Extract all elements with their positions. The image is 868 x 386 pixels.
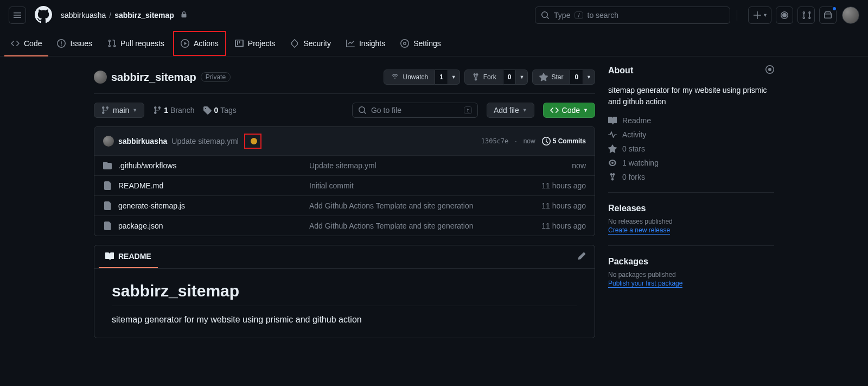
tab-code[interactable]: Code (4, 31, 48, 56)
fork-dropdown[interactable]: ▼ (516, 69, 528, 85)
file-row: package.jsonAdd Github Actions Template … (94, 216, 595, 236)
breadcrumb: sabbirkuasha / sabbirz_sitemap (61, 11, 187, 20)
readme-body-text: sitemap generator for my website using p… (112, 315, 577, 325)
create-release-link[interactable]: Create a new release (608, 226, 670, 235)
go-to-file-input[interactable]: Go to filet (352, 103, 478, 118)
watching-link[interactable]: 1 watching (608, 159, 774, 167)
add-file-button[interactable]: Add file▼ (487, 103, 534, 118)
file-time: now (572, 161, 586, 170)
gear-icon[interactable] (765, 65, 774, 76)
commit-time: now (524, 137, 535, 145)
fork-count[interactable]: 0 (503, 69, 516, 85)
releases-empty: No releases published (608, 218, 774, 225)
repo-avatar (94, 71, 107, 84)
star-button[interactable]: Star (532, 69, 570, 85)
search-shortcut-key: / (575, 11, 583, 19)
folder-icon (103, 161, 112, 170)
commit-author[interactable]: sabbirkuasha (118, 137, 167, 145)
tab-projects[interactable]: Projects (228, 31, 282, 56)
file-commit-msg[interactable]: Add Github Actions Template and site gen… (309, 222, 535, 230)
user-avatar[interactable] (842, 7, 859, 24)
status-pending-icon[interactable] (251, 138, 257, 144)
releases-heading: Releases (608, 204, 774, 213)
file-row: generate-sitemap.jsAdd Github Actions Te… (94, 195, 595, 216)
hamburger-menu[interactable] (9, 7, 26, 24)
lock-icon (181, 11, 187, 20)
fork-button[interactable]: Fork (464, 69, 503, 85)
issues-tray-button[interactable] (776, 7, 793, 24)
about-description: sitemap generator for my website using p… (608, 85, 774, 107)
file-icon (103, 181, 112, 190)
tab-issues[interactable]: Issues (50, 31, 98, 56)
file-browser: sabbirkuasha Update sitemap.yml 1305c7e … (94, 126, 595, 236)
caret-down-icon: ▼ (763, 12, 768, 18)
tab-settings[interactable]: Settings (394, 31, 448, 56)
notification-dot (832, 6, 837, 11)
file-time: 11 hours ago (541, 222, 586, 230)
search-suffix: to search (588, 11, 619, 20)
commit-author-avatar[interactable] (103, 136, 114, 147)
watch-count[interactable]: 1 (435, 69, 448, 85)
repo-title: sabbirz_sitemap (111, 71, 196, 84)
tab-insights[interactable]: Insights (340, 31, 392, 56)
file-name[interactable]: .github/workflows (118, 161, 303, 170)
stars-link[interactable]: 0 stars (608, 144, 774, 153)
tab-pulls[interactable]: Pull requests (101, 31, 171, 56)
tags-link[interactable]: 0Tags (203, 106, 236, 115)
create-new-button[interactable]: ▼ (748, 7, 771, 24)
file-icon (103, 201, 112, 210)
branch-select[interactable]: main▼ (94, 103, 144, 118)
tab-security[interactable]: Security (284, 31, 337, 56)
packages-heading: Packages (608, 257, 774, 267)
status-highlight (244, 134, 261, 149)
search-input[interactable]: Type / to search (535, 7, 730, 24)
watch-dropdown[interactable]: ▼ (448, 69, 460, 85)
star-dropdown[interactable]: ▼ (583, 69, 595, 85)
file-row: .github/workflowsUpdate sitemap.ymlnow (94, 155, 595, 175)
readme-section: README sabbirz_sitemap sitemap generator… (94, 245, 595, 338)
repo-header: sabbirz_sitemap Private Unwatch 1 ▼ Fork… (94, 65, 595, 94)
edit-readme-button[interactable] (573, 248, 590, 267)
file-commit-msg[interactable]: Add Github Actions Template and site gen… (309, 201, 535, 210)
readme-link[interactable]: Readme (608, 116, 774, 125)
latest-commit: sabbirkuasha Update sitemap.yml 1305c7e … (94, 127, 595, 155)
breadcrumb-owner[interactable]: sabbirkuasha (61, 11, 106, 20)
star-count[interactable]: 0 (570, 69, 583, 85)
code-button[interactable]: Code▼ (543, 103, 595, 118)
file-icon (103, 222, 112, 230)
breadcrumb-repo[interactable]: sabbirz_sitemap (114, 11, 174, 20)
github-logo[interactable] (35, 6, 52, 25)
file-name[interactable]: generate-sitemap.js (118, 201, 303, 210)
notifications-button[interactable] (819, 7, 837, 24)
file-time: 11 hours ago (541, 181, 586, 190)
file-name[interactable]: package.json (118, 222, 303, 230)
search-prefix: Type (554, 11, 570, 20)
file-time: 11 hours ago (541, 201, 586, 210)
readme-title: sabbirz_sitemap (112, 282, 577, 306)
watch-button[interactable]: Unwatch (384, 69, 435, 85)
visibility-badge: Private (201, 72, 231, 82)
activity-link[interactable]: Activity (608, 130, 774, 139)
commits-link[interactable]: 5 Commits (542, 137, 586, 145)
pulls-tray-button[interactable] (797, 7, 815, 24)
commit-message[interactable]: Update sitemap.yml (171, 137, 239, 145)
readme-tab[interactable]: README (99, 245, 158, 268)
repo-nav: Code Issues Pull requests Actions Projec… (0, 30, 868, 56)
publish-package-link[interactable]: Publish your first package (608, 280, 682, 288)
branches-link[interactable]: 1Branch (153, 106, 194, 115)
commit-sha[interactable]: 1305c7e (481, 137, 509, 145)
tab-actions[interactable]: Actions (173, 31, 226, 56)
file-commit-msg[interactable]: Initial commit (309, 181, 535, 190)
forks-link[interactable]: 0 forks (608, 173, 774, 181)
file-commit-msg[interactable]: Update sitemap.yml (309, 161, 565, 170)
file-name[interactable]: README.md (118, 181, 303, 190)
file-row: README.mdInitial commit11 hours ago (94, 175, 595, 195)
packages-empty: No packages published (608, 271, 774, 279)
about-heading: About (608, 65, 774, 76)
